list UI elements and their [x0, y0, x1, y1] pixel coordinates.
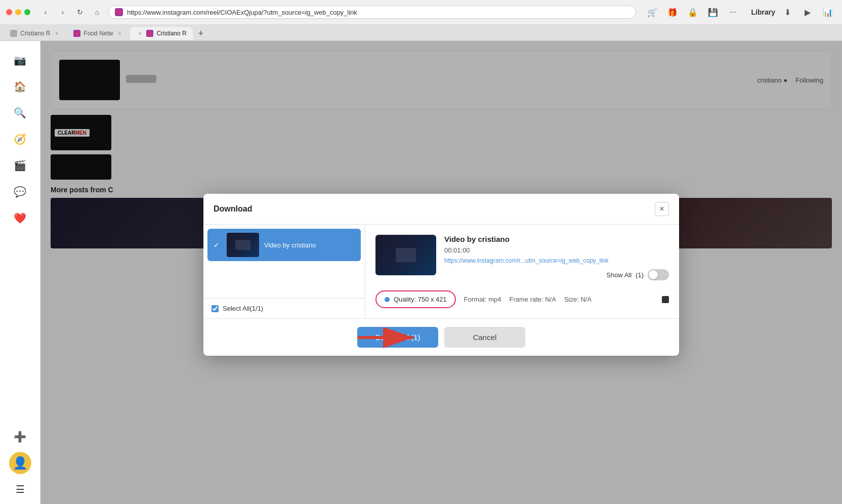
lock-icon[interactable]: 🔒	[685, 4, 701, 20]
address-bar[interactable]: https://www.instagram.com/reel/CIOAExQju…	[108, 6, 636, 19]
tab-label-3: Cristiano R	[156, 30, 186, 37]
home-button[interactable]: ⌂	[90, 5, 104, 19]
sidebar-item-home[interactable]: 🏠	[9, 75, 31, 98]
cancel-button[interactable]: Cancel	[444, 327, 525, 348]
quality-small-icon	[662, 296, 669, 303]
show-all-row: Show All (1)	[444, 269, 669, 280]
sidebar-item-messages[interactable]: 💬	[9, 181, 31, 203]
frame-rate-label: Frame rate: N/A	[509, 296, 556, 303]
tab-favicon-3	[146, 30, 153, 37]
youtube-icon[interactable]: ▶	[799, 4, 816, 20]
library-section: Library ⬇ ▶ 📊	[751, 4, 836, 20]
nav-buttons: ‹ › ↻ ⌂	[38, 5, 104, 19]
reload-button[interactable]: ↻	[73, 5, 87, 19]
maximize-window-button[interactable]	[24, 9, 30, 15]
tab-close-2[interactable]: ×	[116, 30, 123, 37]
video-detail-url: https://www.instagram.com/r...utm_source…	[444, 257, 669, 264]
video-list-item[interactable]: ✓ Video by cristiano	[207, 229, 361, 261]
video-detail-thumbnail	[375, 235, 436, 275]
tab-label-2: Food Netw	[83, 30, 113, 37]
tab-label-1: Cristiano R	[20, 30, 50, 37]
video-detail-header: Video by cristiano 00:01:00 https://www.…	[375, 235, 669, 280]
sidebar-item-menu[interactable]: ☰	[9, 478, 31, 500]
traffic-lights	[6, 9, 30, 15]
download-icon[interactable]: ⬇	[779, 4, 795, 20]
video-detail-panel: Video by cristiano 00:01:00 https://www.…	[365, 225, 679, 318]
close-window-button[interactable]	[6, 9, 12, 15]
dialog-overlay: Download × ✓	[40, 41, 842, 504]
audio-icon[interactable]: 📊	[820, 4, 836, 20]
instagram-content: cristiano ● Following CLEARMEN More post…	[40, 41, 842, 504]
tab-favicon-1	[10, 30, 17, 37]
dialog-title: Download	[214, 204, 252, 214]
video-list-footer: Select All(1/1)	[203, 298, 365, 318]
tabs-bar: Cristiano R × Food Netw × × Cristiano R …	[0, 24, 842, 40]
title-bar: ‹ › ↻ ⌂ https://www.instagram.com/reel/C…	[0, 0, 842, 24]
more-icon[interactable]: ···	[725, 4, 741, 20]
tab-cristiano-1[interactable]: Cristiano R ×	[4, 27, 66, 40]
sidebar-item-reels[interactable]: 🎬	[9, 154, 31, 177]
address-favicon	[115, 8, 123, 16]
dialog-close-button[interactable]: ×	[655, 202, 669, 216]
show-all-label: Show All	[606, 271, 632, 279]
tab-close-3[interactable]: ×	[136, 30, 143, 37]
select-all-label: Select All(1/1)	[223, 305, 263, 312]
video-item-name: Video by cristiano	[264, 241, 316, 249]
add-tab-button[interactable]: +	[194, 26, 208, 40]
dialog-body: ✓ Video by cristiano	[203, 225, 679, 318]
sidebar-item-explore[interactable]: 🧭	[9, 128, 31, 150]
video-list-panel: ✓ Video by cristiano	[203, 225, 365, 318]
video-detail-title: Video by cristiano	[444, 235, 669, 243]
sidebar-item-instagram[interactable]: 📷	[9, 49, 31, 71]
address-text: https://www.instagram.com/reel/CIOAExQju…	[127, 9, 357, 16]
back-button[interactable]: ‹	[38, 5, 53, 19]
main-area: 📷 🏠 🔍 🧭 🎬 💬 ❤️ ➕ 👤 ☰ cristiano ● Followi…	[0, 41, 842, 504]
sidebar-item-avatar[interactable]: 👤	[9, 452, 31, 474]
show-all-count: (1)	[636, 271, 644, 279]
tab-cristiano-2[interactable]: × Cristiano R	[130, 27, 192, 40]
show-all-toggle[interactable]	[648, 269, 669, 280]
arrow-annotation	[355, 325, 426, 350]
quality-dot	[385, 297, 390, 302]
quality-row: Quality: 750 x 421 Format: mp4 Frame rat…	[375, 290, 669, 308]
select-all-checkbox[interactable]	[212, 305, 219, 312]
video-detail-info: Video by cristiano 00:01:00 https://www.…	[444, 235, 669, 280]
video-list-items: ✓ Video by cristiano	[203, 225, 365, 298]
forward-button[interactable]: ›	[56, 5, 70, 19]
gift-icon[interactable]: 🎁	[664, 4, 681, 20]
quality-option[interactable]: Quality: 750 x 421	[375, 290, 456, 308]
cart-icon[interactable]: 🛒	[644, 4, 660, 20]
sidebar-item-notifications[interactable]: ❤️	[9, 207, 31, 229]
tab-favicon-2	[73, 30, 80, 37]
quality-label: Quality: 750 x 421	[394, 296, 447, 303]
browser-chrome: ‹ › ↻ ⌂ https://www.instagram.com/reel/C…	[0, 0, 842, 41]
video-item-checkmark: ✓	[212, 240, 222, 250]
format-label: Format: mp4	[464, 296, 501, 303]
size-label: Size: N/A	[564, 296, 592, 303]
sidebar: 📷 🏠 🔍 🧭 🎬 💬 ❤️ ➕ 👤 ☰	[0, 41, 40, 504]
video-item-thumbnail	[227, 233, 259, 257]
tab-close-1[interactable]: ×	[53, 30, 60, 37]
toolbar-icons: 🛒 🎁 🔒 💾 ···	[644, 4, 741, 20]
dialog-footer: Download (1) Cancel	[203, 318, 679, 356]
sidebar-item-search[interactable]: 🔍	[9, 102, 31, 124]
library-label: Library	[751, 8, 775, 16]
video-thumbnail-inner	[227, 233, 259, 257]
sidebar-item-create[interactable]: ➕	[9, 426, 31, 448]
toggle-thumb	[649, 270, 658, 279]
minimize-window-button[interactable]	[15, 9, 21, 15]
dialog-header: Download ×	[203, 194, 679, 225]
download-dialog: Download × ✓	[203, 194, 679, 356]
tab-food[interactable]: Food Netw ×	[67, 27, 129, 40]
video-detail-duration: 00:01:00	[444, 246, 669, 254]
save-icon[interactable]: 💾	[705, 4, 721, 20]
